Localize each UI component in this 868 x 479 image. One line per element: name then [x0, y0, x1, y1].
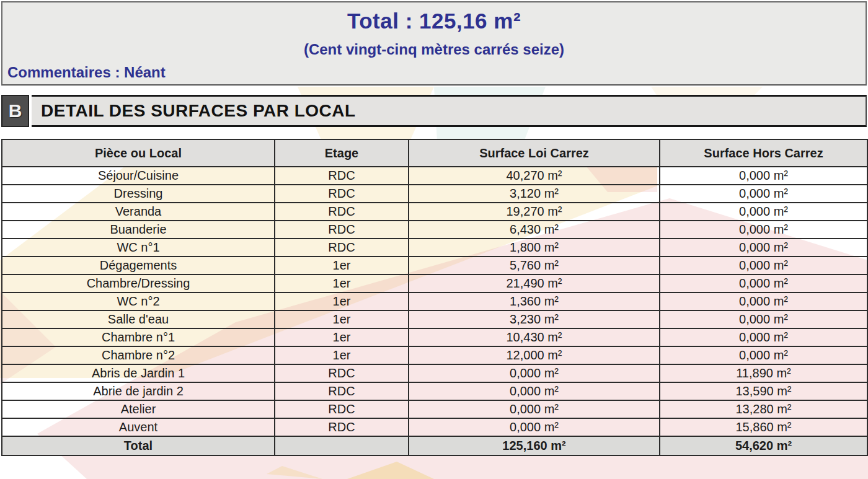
table-row: Dégagements1er5,760 m²0,000 m²	[2, 257, 867, 275]
total-row: Total 125,160 m² 54,620 m²	[2, 436, 867, 455]
table-cell: 6,430 m²	[409, 221, 660, 239]
table-cell: 1er	[275, 275, 409, 292]
table-cell: Abrie de jardin 2	[2, 382, 275, 400]
column-header-surface-loi-carrez: Surface Loi Carrez	[409, 139, 660, 167]
table-cell: 0,000 m²	[660, 239, 867, 257]
table-cell: Abris de Jardin 1	[2, 364, 275, 382]
table-row: Abris de Jardin 1RDC0,000 m²11,890 m²	[2, 364, 867, 382]
table-cell: RDC	[275, 185, 409, 203]
section-header: B DETAIL DES SURFACES PAR LOCAL	[1, 95, 867, 127]
table-cell: 0,000 m²	[660, 167, 867, 185]
table-row: Chambre/Dressing1er21,490 m²0,000 m²	[2, 275, 867, 292]
table-cell: 19,270 m²	[409, 203, 660, 221]
comments-line: Commentaires : Néant	[2, 64, 866, 81]
table-cell: Veranda	[2, 203, 275, 221]
total-row-hors-carrez: 54,620 m²	[660, 436, 867, 455]
table-cell: 10,430 m²	[409, 328, 660, 346]
table-cell: 0,000 m²	[660, 185, 867, 203]
column-header-surface-hors-carrez: Surface Hors Carrez	[660, 139, 867, 167]
table-row: VerandaRDC19,270 m²0,000 m²	[2, 203, 867, 221]
table-cell: 15,860 m²	[660, 418, 867, 436]
table-row: Séjour/CuisineRDC40,270 m²0,000 m²	[2, 167, 867, 185]
table-header-row: Pièce ou Local Etage Surface Loi Carrez …	[2, 139, 867, 167]
table-cell: 0,000 m²	[660, 275, 867, 292]
table-cell: RDC	[275, 382, 409, 400]
table-cell: 0,000 m²	[409, 382, 660, 400]
total-row-label: Total	[2, 436, 275, 455]
total-row-loi-carrez: 125,160 m²	[409, 436, 660, 455]
table-cell: 12,000 m²	[409, 346, 660, 364]
table-cell: Auvent	[2, 418, 275, 436]
section-letter-badge: B	[1, 95, 29, 127]
table-cell: 21,490 m²	[409, 275, 660, 292]
section-title: DETAIL DES SURFACES PAR LOCAL	[32, 95, 867, 127]
total-row-etage	[275, 436, 409, 455]
table-cell: 3,230 m²	[409, 310, 660, 328]
summary-box: Total : 125,16 m² (Cent vingt-cinq mètre…	[1, 1, 867, 86]
table-cell: WC n°1	[2, 239, 275, 257]
table-cell: RDC	[275, 167, 409, 185]
table-cell: RDC	[275, 364, 409, 382]
table-cell: 0,000 m²	[660, 257, 867, 275]
table-cell: WC n°2	[2, 292, 275, 310]
table-row: Chambre n°11er10,430 m²0,000 m²	[2, 328, 867, 346]
table-row: WC n°1RDC1,800 m²0,000 m²	[2, 239, 867, 257]
table-cell: RDC	[275, 221, 409, 239]
table-cell: 0,000 m²	[409, 400, 660, 418]
table-cell: 1er	[275, 292, 409, 310]
table-cell: 13,280 m²	[660, 400, 867, 418]
total-surface-in-words: (Cent vingt-cinq mètres carrés seize)	[2, 41, 866, 58]
table-cell: 1er	[275, 257, 409, 275]
table-cell: RDC	[275, 400, 409, 418]
table-row: WC n°21er1,360 m²0,000 m²	[2, 292, 867, 310]
surfaces-table: Pièce ou Local Etage Surface Loi Carrez …	[1, 139, 868, 456]
table-cell: 1,800 m²	[409, 239, 660, 257]
table-cell: 1er	[275, 328, 409, 346]
table-cell: Séjour/Cuisine	[2, 167, 275, 185]
column-header-piece-ou-local: Pièce ou Local	[2, 139, 275, 167]
table-cell: Dressing	[2, 185, 275, 203]
table-row: DressingRDC3,120 m²0,000 m²	[2, 185, 867, 203]
table-cell: 0,000 m²	[409, 364, 660, 382]
table-cell: Buanderie	[2, 221, 275, 239]
table-cell: Dégagements	[2, 257, 275, 275]
table-cell: RDC	[275, 203, 409, 221]
total-surface-title: Total : 125,16 m²	[2, 9, 866, 33]
table-cell: 0,000 m²	[660, 203, 867, 221]
table-cell: 3,120 m²	[409, 185, 660, 203]
table-cell: 40,270 m²	[409, 167, 660, 185]
table-cell: Atelier	[2, 400, 275, 418]
table-cell: RDC	[275, 239, 409, 257]
table-row: Salle d'eau1er3,230 m²0,000 m²	[2, 310, 867, 328]
table-cell: Chambre/Dressing	[2, 275, 275, 292]
table-cell: 0,000 m²	[660, 328, 867, 346]
table-row: AtelierRDC0,000 m²13,280 m²	[2, 400, 867, 418]
table-row: Chambre n°21er12,000 m²0,000 m²	[2, 346, 867, 364]
table-row: AuventRDC0,000 m²15,860 m²	[2, 418, 867, 436]
table-cell: 0,000 m²	[660, 346, 867, 364]
table-cell: 11,890 m²	[660, 364, 867, 382]
table-cell: 0,000 m²	[660, 221, 867, 239]
column-header-etage: Etage	[275, 139, 409, 167]
table-cell: Chambre n°1	[2, 328, 275, 346]
table-cell: 1er	[275, 346, 409, 364]
table-cell: 5,760 m²	[409, 257, 660, 275]
table-cell: RDC	[275, 418, 409, 436]
table-cell: 0,000 m²	[660, 292, 867, 310]
table-cell: 0,000 m²	[660, 310, 867, 328]
table-cell: 13,590 m²	[660, 382, 867, 400]
table-cell: 1,360 m²	[409, 292, 660, 310]
table-cell: Chambre n°2	[2, 346, 275, 364]
table-cell: Salle d'eau	[2, 310, 275, 328]
table-row: BuanderieRDC6,430 m²0,000 m²	[2, 221, 867, 239]
table-row: Abrie de jardin 2RDC0,000 m²13,590 m²	[2, 382, 867, 400]
table-cell: 1er	[275, 310, 409, 328]
table-cell: 0,000 m²	[409, 418, 660, 436]
